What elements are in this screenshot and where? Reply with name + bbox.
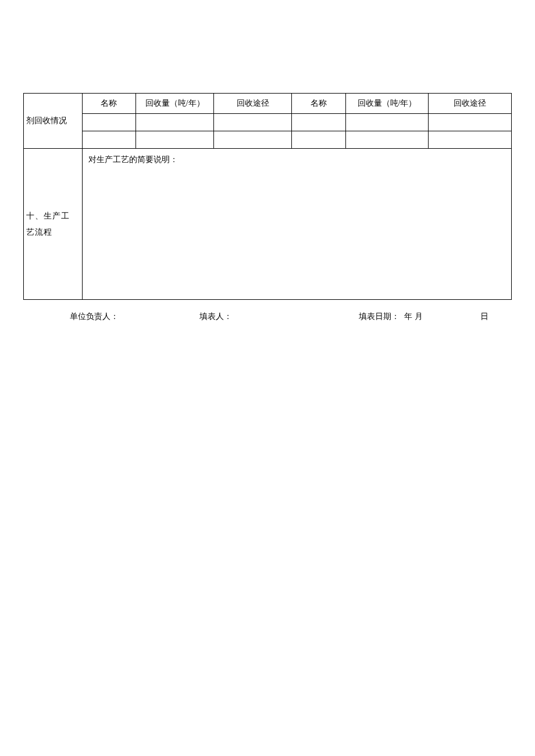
cell[interactable] <box>345 131 429 149</box>
cell[interactable] <box>214 114 292 131</box>
recovery-status-label: 剂回收情况 <box>24 94 83 149</box>
data-row-2 <box>24 131 512 149</box>
cell[interactable] <box>82 131 135 149</box>
form-table: 剂回收情况 名称 回收量（吨/年） 回收途径 名称 回收量（吨/年） 回收途径 … <box>23 93 512 300</box>
route-header-2: 回收途径 <box>429 94 512 114</box>
process-row: 十、生产工 艺流程 对生产工艺的简要说明： <box>24 149 512 300</box>
process-description[interactable]: 对生产工艺的简要说明： <box>82 149 511 300</box>
cell[interactable] <box>135 114 213 131</box>
amount-header-1: 回收量（吨/年） <box>135 94 213 114</box>
name-header-1: 名称 <box>82 94 135 114</box>
route-header-1: 回收途径 <box>214 94 292 114</box>
year-month: 年 月 <box>404 311 423 322</box>
cell[interactable] <box>292 131 345 149</box>
cell[interactable] <box>429 131 512 149</box>
cell[interactable] <box>345 114 429 131</box>
footer-line: 单位负责人： 填表人： 填表日期： 年 月 日 <box>23 311 512 322</box>
cell[interactable] <box>292 114 345 131</box>
day: 日 <box>480 311 488 322</box>
responsible-label: 单位负责人： <box>70 311 119 322</box>
filler-label: 填表人： <box>199 311 232 322</box>
cell[interactable] <box>429 114 512 131</box>
date-label: 填表日期： <box>359 311 400 322</box>
cell[interactable] <box>214 131 292 149</box>
cell[interactable] <box>82 114 135 131</box>
cell[interactable] <box>135 131 213 149</box>
amount-header-2: 回收量（吨/年） <box>345 94 429 114</box>
data-row-1 <box>24 114 512 131</box>
name-header-2: 名称 <box>292 94 345 114</box>
process-label: 十、生产工 艺流程 <box>24 149 83 300</box>
header-row: 剂回收情况 名称 回收量（吨/年） 回收途径 名称 回收量（吨/年） 回收途径 <box>24 94 512 114</box>
